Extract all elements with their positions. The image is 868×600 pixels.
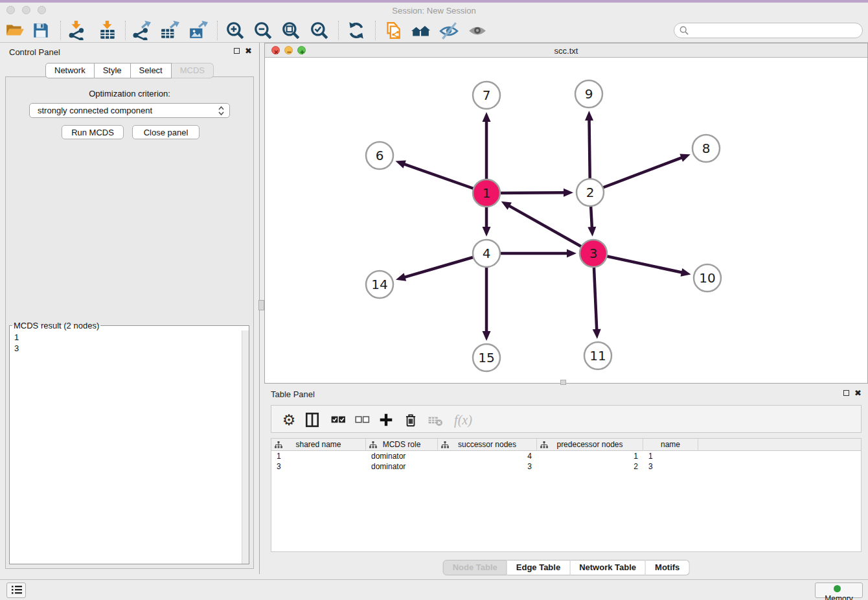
show-all-button[interactable] [466, 19, 489, 41]
graph-node-label: 1 [483, 185, 491, 201]
graph-edge-arrowhead [593, 329, 601, 339]
zoom-fit-button[interactable] [279, 19, 303, 41]
hide-selected-button[interactable] [437, 19, 461, 41]
graph-edge-arrowhead [483, 227, 491, 237]
panel-splitter-grip[interactable] [258, 300, 264, 310]
network-view-title: scc.txt [265, 46, 867, 56]
eye-icon [468, 21, 487, 40]
select-stepper-icon [218, 106, 224, 116]
cell-successor-nodes[interactable]: 4 [438, 451, 537, 461]
save-session-button[interactable] [29, 19, 52, 41]
select-all-rows-button[interactable] [330, 411, 347, 428]
graph-node-label: 10 [699, 270, 715, 286]
add-column-button[interactable] [378, 411, 394, 428]
graph-node-label: 8 [702, 141, 711, 156]
cell-shared-name[interactable]: 3 [271, 461, 366, 472]
graph-edge-arrowhead [483, 331, 491, 341]
mcds-result-box: MCDS result (2 nodes) 1 3 [9, 321, 249, 564]
cell-name[interactable]: 3 [643, 461, 698, 472]
column-header-predecessor-nodes[interactable]: predecessor nodes [537, 439, 643, 451]
export-table-button[interactable] [158, 19, 181, 41]
first-neighbors-button[interactable] [409, 19, 432, 41]
network-window-titlebar[interactable]: scc.txt [265, 43, 867, 58]
hierarchy-icon [369, 441, 377, 448]
tab-network[interactable]: Network [45, 63, 95, 78]
hierarchy-icon [441, 441, 449, 448]
cell-shared-name[interactable]: 1 [271, 451, 366, 461]
network-canvas[interactable]: 7968124314101511 [265, 58, 867, 383]
deselect-all-rows-button[interactable] [354, 411, 371, 428]
close-panel-icon[interactable]: ✖ [245, 48, 252, 54]
column-header-name[interactable]: name [643, 439, 698, 451]
graph-node-label: 6 [376, 148, 384, 163]
close-panel-button[interactable]: Close panel [132, 125, 200, 139]
node-table: shared name MCDS role [271, 438, 862, 552]
open-session-button[interactable] [3, 19, 27, 41]
column-header-mcds-role[interactable]: MCDS role [366, 439, 438, 451]
zoom-out-button[interactable] [251, 19, 275, 41]
tab-style[interactable]: Style [95, 63, 131, 78]
mcds-result-list[interactable]: 1 3 [10, 330, 249, 564]
optimization-criterion-select[interactable]: strongly connected component [29, 103, 230, 118]
table-row[interactable]: 3 dominator 3 2 3 [271, 461, 861, 472]
export-image-button[interactable] [187, 19, 210, 41]
column-header-shared-name[interactable]: shared name [271, 439, 366, 451]
cell-mcds-role[interactable]: dominator [366, 461, 438, 472]
search-box [674, 23, 863, 38]
column-visibility-button[interactable] [304, 411, 321, 428]
zoom-in-icon [225, 21, 245, 40]
toolbar-separator [60, 21, 61, 40]
graph-edge-3-1[interactable] [508, 205, 593, 253]
close-table-panel-icon[interactable]: ✖ [854, 390, 862, 397]
hierarchy-icon [540, 441, 548, 448]
export-network-button[interactable] [130, 19, 154, 41]
memory-label: Memory [825, 594, 852, 600]
run-mcds-button[interactable]: Run MCDS [62, 125, 124, 139]
graph-edge-2-8[interactable] [590, 157, 683, 192]
tab-select[interactable]: Select [131, 63, 172, 78]
result-scrollbar[interactable] [242, 330, 249, 564]
search-input[interactable] [691, 25, 862, 36]
app-title: Session: New Session [0, 6, 868, 16]
table-row[interactable]: 1 dominator 4 1 1 [271, 451, 861, 461]
clone-network-button[interactable] [381, 19, 404, 41]
import-table-icon [98, 21, 117, 40]
import-network-button[interactable] [65, 19, 88, 41]
cell-mcds-role[interactable]: dominator [366, 451, 438, 461]
export-network-icon [132, 21, 152, 40]
cell-name[interactable]: 1 [643, 451, 698, 461]
refresh-icon [347, 21, 366, 40]
cell-predecessor-nodes[interactable]: 1 [537, 451, 643, 461]
tab-mcds[interactable]: MCDS [172, 63, 214, 78]
graph-node-label: 11 [589, 348, 606, 363]
tab-motifs[interactable]: Motifs [646, 560, 689, 575]
checked-boxes-icon [330, 412, 346, 428]
houses-icon [411, 21, 430, 40]
float-panel-icon[interactable] [234, 48, 240, 54]
tab-network-table[interactable]: Network Table [570, 560, 646, 575]
graph-node-label: 14 [371, 277, 387, 292]
column-label: shared name [295, 440, 341, 449]
graph-node-label: 4 [483, 246, 491, 261]
optimization-criterion-label: Optimization criterion: [6, 89, 253, 98]
refresh-view-button[interactable] [345, 19, 368, 41]
column-label: MCDS role [383, 440, 421, 449]
list-icon [11, 584, 23, 595]
view-splitter-grip[interactable] [560, 380, 566, 385]
zoom-in-button[interactable] [223, 19, 247, 41]
column-label: predecessor nodes [556, 440, 622, 449]
search-icon [680, 26, 689, 35]
memory-button[interactable]: Memory [815, 583, 863, 598]
trash-icon [403, 412, 418, 428]
delete-column-button[interactable] [402, 411, 419, 428]
tab-edge-table[interactable]: Edge Table [507, 560, 570, 575]
table-options-button[interactable]: ⚙ [280, 411, 297, 428]
float-table-panel-icon[interactable] [843, 390, 849, 396]
zoom-selected-button[interactable] [308, 19, 331, 41]
tab-node-table[interactable]: Node Table [443, 560, 507, 575]
cell-predecessor-nodes[interactable]: 2 [537, 461, 643, 472]
cell-successor-nodes[interactable]: 3 [438, 461, 537, 472]
show-panels-button[interactable] [6, 583, 26, 598]
import-table-button[interactable] [96, 19, 119, 41]
column-header-successor-nodes[interactable]: successor nodes [438, 439, 537, 451]
